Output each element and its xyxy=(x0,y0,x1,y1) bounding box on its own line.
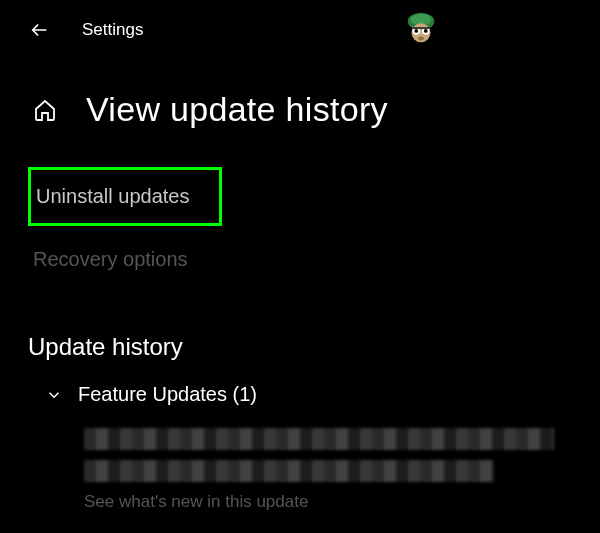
svg-point-8 xyxy=(418,37,424,41)
page-title: View update history xyxy=(86,90,388,129)
update-history-section: Update history Feature Updates (1) See w… xyxy=(0,283,600,512)
app-title: Settings xyxy=(82,20,143,40)
user-avatar[interactable] xyxy=(402,10,440,48)
svg-point-6 xyxy=(424,29,428,33)
see-whats-new-link[interactable]: See what's new in this update xyxy=(84,492,572,512)
recovery-options-link[interactable]: Recovery options xyxy=(28,236,193,283)
svg-point-5 xyxy=(414,29,418,33)
feature-updates-expander[interactable]: Feature Updates (1) xyxy=(28,379,572,410)
back-icon[interactable] xyxy=(28,18,52,42)
redacted-text-line xyxy=(84,460,494,482)
recovery-options-label: Recovery options xyxy=(33,248,188,270)
svg-rect-7 xyxy=(412,27,429,29)
header-bar: Settings xyxy=(0,0,600,60)
update-entry-redacted: See what's new in this update xyxy=(28,428,572,512)
uninstall-updates-label: Uninstall updates xyxy=(36,185,189,207)
redacted-text-line xyxy=(84,428,554,450)
uninstall-updates-link[interactable]: Uninstall updates xyxy=(28,167,222,226)
feature-updates-label: Feature Updates (1) xyxy=(78,383,257,406)
home-icon[interactable] xyxy=(32,97,58,123)
section-title: Update history xyxy=(28,333,572,361)
option-list: Uninstall updates Recovery options xyxy=(0,149,600,283)
page-header: View update history xyxy=(0,60,600,149)
chevron-down-icon xyxy=(44,385,64,405)
